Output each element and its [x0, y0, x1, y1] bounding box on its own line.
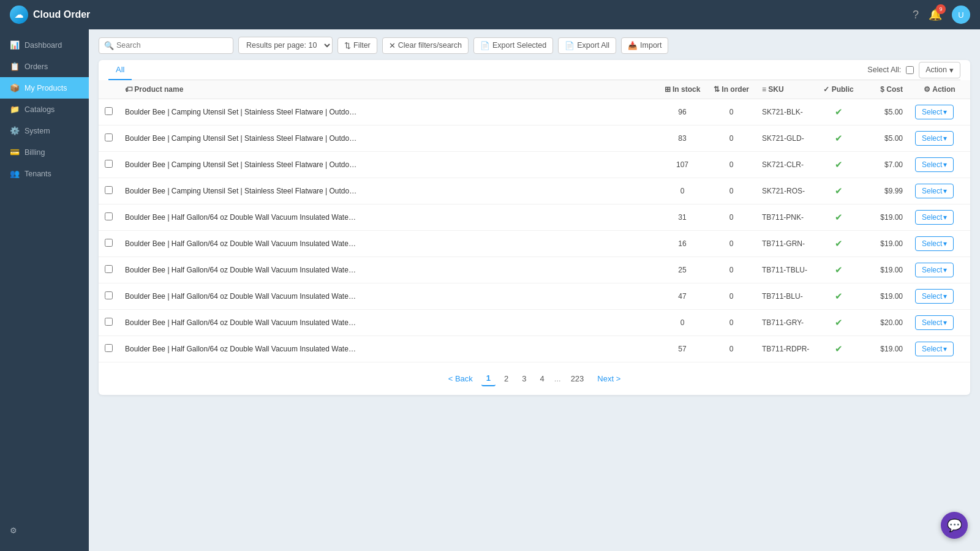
row-sku-6: TB711-TBLU- [756, 257, 817, 283]
row-select-btn-8[interactable]: Select ▾ [915, 315, 954, 330]
sidebar-label-orders: Orders [24, 62, 48, 71]
pagination-page-3[interactable]: 3 [517, 372, 531, 386]
notification-icon-btn[interactable]: 🔔 9 [929, 8, 942, 21]
import-button[interactable]: 📥 Import [621, 37, 668, 54]
my-products-icon: 📦 [10, 83, 20, 92]
row-sku-3: SK721-ROS- [756, 178, 817, 204]
products-table: 🏷 Product name ⊞ In stock ⇅ In order [99, 80, 970, 362]
row-checkbox-5[interactable] [105, 239, 113, 247]
sidebar-item-billing[interactable]: 💳 Billing [0, 141, 89, 163]
sidebar-item-dashboard[interactable]: 📊 Dashboard [0, 34, 89, 56]
products-table-card: All Select All: Action ▾ [99, 60, 970, 395]
tab-all[interactable]: All [108, 60, 132, 80]
filter-button[interactable]: ⇅ Filter [337, 37, 377, 54]
row-cost-0: $5.00 [860, 99, 909, 126]
clear-filters-button[interactable]: ✕ Clear filters/search [382, 37, 469, 54]
row-sku-4: TB711-PNK- [756, 204, 817, 231]
table-header-row: 🏷 Product name ⊞ In stock ⇅ In order [99, 80, 970, 99]
table-row: Boulder Bee | Half Gallon/64 oz Double W… [99, 257, 970, 283]
action-icon: ⚙ [924, 85, 930, 94]
pagination-last-page[interactable]: 223 [566, 372, 589, 386]
row-action-8: Select ▾ [909, 310, 970, 336]
row-select-btn-9[interactable]: Select ▾ [915, 342, 954, 356]
row-checkbox-1[interactable] [105, 133, 113, 141]
row-checkbox-9[interactable] [105, 344, 113, 352]
sidebar-item-system[interactable]: ⚙️ System [0, 120, 89, 141]
row-checkbox-cell [99, 283, 119, 310]
row-select-chevron-0: ▾ [943, 108, 947, 116]
results-per-page-select[interactable]: Results per page: 10 Results per page: 2… [238, 37, 333, 54]
orders-icon: 📋 [10, 62, 20, 71]
row-select-btn-0[interactable]: Select ▾ [915, 105, 954, 119]
public-check-icon: ✔ [835, 159, 843, 170]
row-select-btn-1[interactable]: Select ▾ [915, 131, 954, 146]
row-select-btn-4[interactable]: Select ▾ [915, 210, 954, 225]
sidebar-item-catalogs[interactable]: 📁 Catalogs [0, 99, 89, 120]
in-stock-icon: ⊞ [665, 85, 671, 94]
sidebar-settings-btn[interactable]: ⚙ [0, 520, 89, 541]
row-checkbox-6[interactable] [105, 265, 113, 273]
logo-area: ☁ Cloud Order [10, 6, 90, 24]
public-check-icon: ✔ [835, 343, 843, 354]
col-header-sku: ≡ SKU [756, 80, 817, 99]
col-header-product-name: 🏷 Product name [119, 80, 658, 99]
select-all-checkbox[interactable] [906, 66, 914, 74]
row-checkbox-cell [99, 336, 119, 362]
user-avatar[interactable]: U [952, 6, 970, 24]
row-in-order-1: 0 [707, 126, 756, 152]
row-public-1: ✔ [817, 126, 860, 152]
table-row: Boulder Bee | Half Gallon/64 oz Double W… [99, 231, 970, 257]
import-icon: 📥 [628, 41, 638, 50]
row-checkbox-2[interactable] [105, 160, 113, 168]
pagination-back-btn[interactable]: < Back [443, 372, 478, 386]
row-checkbox-cell [99, 99, 119, 126]
col-header-public: ✓ Public [817, 80, 860, 99]
billing-icon: 💳 [10, 148, 20, 157]
export-all-button[interactable]: 📄 Export All [558, 37, 616, 54]
row-public-0: ✔ [817, 99, 860, 126]
sidebar-label-catalogs: Catalogs [24, 105, 55, 114]
row-action-5: Select ▾ [909, 231, 970, 257]
pagination-page-2[interactable]: 2 [499, 372, 513, 386]
pagination-page-4[interactable]: 4 [535, 372, 549, 386]
sidebar-item-tenants[interactable]: 👥 Tenants [0, 163, 89, 184]
row-in-order-0: 0 [707, 99, 756, 126]
in-order-icon: ⇅ [714, 85, 720, 94]
export-selected-button[interactable]: 📄 Export Selected [473, 37, 553, 54]
row-checkbox-3[interactable] [105, 186, 113, 194]
row-select-btn-7[interactable]: Select ▾ [915, 289, 954, 304]
row-sku-5: TB711-GRN- [756, 231, 817, 257]
row-sku-2: SK721-CLR- [756, 152, 817, 178]
row-checkbox-8[interactable] [105, 318, 113, 326]
sidebar-item-my-products[interactable]: 📦 My Products [0, 77, 89, 99]
row-checkbox-7[interactable] [105, 291, 113, 299]
row-cost-8: $20.00 [860, 310, 909, 336]
row-select-btn-3[interactable]: Select ▾ [915, 184, 954, 198]
action-dropdown-btn[interactable]: Action ▾ [919, 62, 960, 78]
row-select-chevron-3: ▾ [943, 187, 947, 195]
row-select-btn-2[interactable]: Select ▾ [915, 157, 954, 172]
public-check-icon: ✔ [835, 186, 843, 196]
help-icon-btn[interactable]: ? [913, 9, 919, 21]
sidebar-item-orders[interactable]: 📋 Orders [0, 56, 89, 77]
sidebar-label-my-products: My Products [24, 84, 67, 92]
row-public-6: ✔ [817, 257, 860, 283]
row-cost-2: $7.00 [860, 152, 909, 178]
row-in-stock-6: 25 [658, 257, 707, 283]
search-box[interactable]: 🔍 [99, 37, 233, 54]
pagination-page-1[interactable]: 1 [481, 371, 496, 386]
row-product-name-6: Boulder Bee | Half Gallon/64 oz Double W… [119, 257, 658, 283]
search-input[interactable] [116, 41, 228, 50]
chat-fab[interactable]: 💬 [941, 512, 968, 539]
row-product-name-8: Boulder Bee | Half Gallon/64 oz Double W… [119, 310, 658, 336]
row-select-btn-6[interactable]: Select ▾ [915, 263, 954, 277]
public-check-icon: ✔ [835, 291, 843, 301]
row-checkbox-0[interactable] [105, 107, 113, 115]
row-select-chevron-9: ▾ [943, 345, 947, 353]
table-row: Boulder Bee | Camping Utensil Set | Stai… [99, 126, 970, 152]
row-select-btn-5[interactable]: Select ▾ [915, 236, 954, 251]
pagination: < Back 1 2 3 4 ... 223 Next > [99, 362, 970, 395]
pagination-next-btn[interactable]: Next > [592, 372, 625, 386]
row-action-7: Select ▾ [909, 283, 970, 310]
row-checkbox-4[interactable] [105, 212, 113, 220]
